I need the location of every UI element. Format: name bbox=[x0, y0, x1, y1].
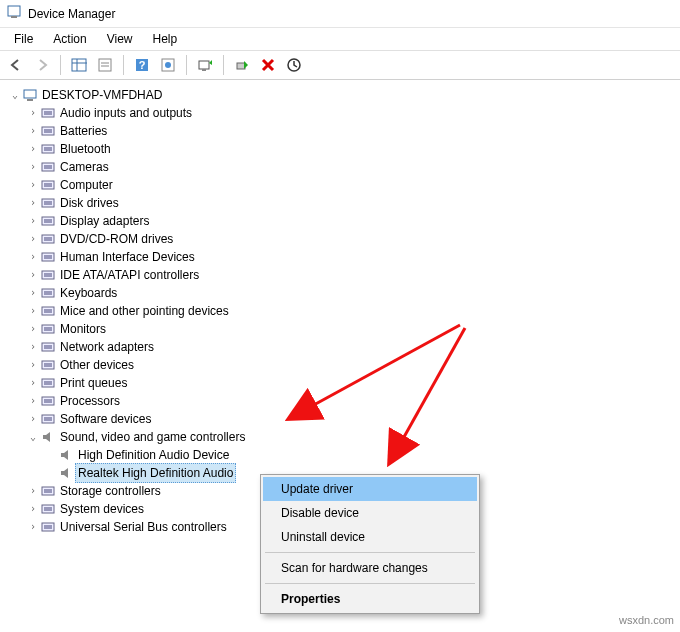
expand-icon[interactable]: › bbox=[26, 176, 40, 194]
context-menu-update-driver[interactable]: Update driver bbox=[263, 477, 477, 501]
svg-rect-16 bbox=[24, 90, 36, 98]
device-label: Realtek High Definition Audio bbox=[75, 463, 236, 483]
menu-view[interactable]: View bbox=[97, 30, 143, 48]
tree-category[interactable]: ›DVD/CD-ROM drives bbox=[8, 230, 680, 248]
expand-icon[interactable]: › bbox=[26, 500, 40, 518]
context-menu-disable-device[interactable]: Disable device bbox=[263, 501, 477, 525]
expand-icon[interactable]: › bbox=[26, 104, 40, 122]
expand-icon[interactable]: › bbox=[26, 140, 40, 158]
context-menu-separator bbox=[265, 552, 475, 553]
svg-rect-55 bbox=[44, 489, 52, 493]
device-category-icon bbox=[40, 195, 56, 211]
device-category-icon bbox=[40, 375, 56, 391]
toolbar-separator bbox=[186, 55, 187, 75]
context-menu-properties[interactable]: Properties bbox=[263, 587, 477, 611]
enable-button[interactable] bbox=[230, 53, 254, 77]
expand-icon[interactable]: › bbox=[26, 320, 40, 338]
category-label: Cameras bbox=[60, 158, 109, 176]
collapse-icon[interactable]: ⌄ bbox=[8, 86, 22, 104]
svg-rect-49 bbox=[44, 381, 52, 385]
tree-category[interactable]: ›Keyboards bbox=[8, 284, 680, 302]
svg-rect-53 bbox=[44, 417, 52, 421]
device-category-icon bbox=[40, 393, 56, 409]
tree-category[interactable]: ›Monitors bbox=[8, 320, 680, 338]
tree-category[interactable]: ›Computer bbox=[8, 176, 680, 194]
svg-rect-57 bbox=[44, 507, 52, 511]
update-driver-button[interactable] bbox=[282, 53, 306, 77]
category-label: Processors bbox=[60, 392, 120, 410]
toolbar-separator bbox=[60, 55, 61, 75]
tree-category[interactable]: ›Cameras bbox=[8, 158, 680, 176]
tree-device[interactable]: High Definition Audio Device bbox=[8, 446, 680, 464]
expand-icon[interactable]: › bbox=[26, 266, 40, 284]
expand-icon[interactable]: › bbox=[26, 356, 40, 374]
expand-icon[interactable]: › bbox=[26, 338, 40, 356]
expand-icon[interactable]: › bbox=[26, 302, 40, 320]
tree-category-sound[interactable]: ⌄ Sound, video and game controllers bbox=[8, 428, 680, 446]
tree-category[interactable]: ›Display adapters bbox=[8, 212, 680, 230]
expand-icon[interactable]: › bbox=[26, 212, 40, 230]
show-hide-tree-button[interactable] bbox=[67, 53, 91, 77]
device-category-icon bbox=[40, 141, 56, 157]
expand-icon[interactable]: › bbox=[26, 158, 40, 176]
back-button[interactable] bbox=[4, 53, 28, 77]
tree-root[interactable]: ⌄ DESKTOP-VMFDHAD bbox=[8, 86, 680, 104]
collapse-icon[interactable]: ⌄ bbox=[26, 428, 40, 446]
category-label: Monitors bbox=[60, 320, 106, 338]
expand-icon[interactable]: › bbox=[26, 374, 40, 392]
expand-icon[interactable]: › bbox=[26, 194, 40, 212]
expand-icon[interactable]: › bbox=[26, 482, 40, 500]
svg-rect-37 bbox=[44, 273, 52, 277]
context-menu-uninstall-device[interactable]: Uninstall device bbox=[263, 525, 477, 549]
menu-bar: File Action View Help bbox=[0, 28, 680, 50]
category-label: Disk drives bbox=[60, 194, 119, 212]
svg-rect-27 bbox=[44, 183, 52, 187]
tree-category[interactable]: ›Human Interface Devices bbox=[8, 248, 680, 266]
category-label: Display adapters bbox=[60, 212, 149, 230]
tree-category[interactable]: ›Batteries bbox=[8, 122, 680, 140]
expand-icon[interactable]: › bbox=[26, 410, 40, 428]
svg-rect-13 bbox=[202, 69, 206, 71]
tree-category[interactable]: ›Processors bbox=[8, 392, 680, 410]
device-category-icon bbox=[40, 339, 56, 355]
device-category-icon bbox=[40, 213, 56, 229]
svg-rect-45 bbox=[44, 345, 52, 349]
help-button[interactable]: ? bbox=[130, 53, 154, 77]
expand-icon[interactable]: › bbox=[26, 392, 40, 410]
tree-category[interactable]: ›Print queues bbox=[8, 374, 680, 392]
expand-icon[interactable]: › bbox=[26, 284, 40, 302]
tree-category[interactable]: ›Bluetooth bbox=[8, 140, 680, 158]
expand-icon[interactable]: › bbox=[26, 230, 40, 248]
tree-category[interactable]: ›IDE ATA/ATAPI controllers bbox=[8, 266, 680, 284]
device-category-icon bbox=[40, 123, 56, 139]
svg-rect-33 bbox=[44, 237, 52, 241]
device-tree[interactable]: ⌄ DESKTOP-VMFDHAD ›Audio inputs and outp… bbox=[0, 80, 680, 536]
uninstall-button[interactable] bbox=[256, 53, 280, 77]
svg-rect-35 bbox=[44, 255, 52, 259]
tree-category[interactable]: ›Software devices bbox=[8, 410, 680, 428]
tree-category[interactable]: ›Disk drives bbox=[8, 194, 680, 212]
expand-icon[interactable]: › bbox=[26, 122, 40, 140]
forward-button[interactable] bbox=[30, 53, 54, 77]
svg-rect-2 bbox=[72, 59, 86, 71]
context-menu-scan[interactable]: Scan for hardware changes bbox=[263, 556, 477, 580]
svg-rect-14 bbox=[237, 63, 245, 69]
tree-category[interactable]: ›Network adapters bbox=[8, 338, 680, 356]
tree-category[interactable]: ›Audio inputs and outputs bbox=[8, 104, 680, 122]
category-label: Mice and other pointing devices bbox=[60, 302, 229, 320]
expand-icon[interactable]: › bbox=[26, 518, 40, 536]
expand-icon[interactable]: › bbox=[26, 248, 40, 266]
tree-category[interactable]: ›Other devices bbox=[8, 356, 680, 374]
scan-button[interactable] bbox=[193, 53, 217, 77]
menu-help[interactable]: Help bbox=[143, 30, 188, 48]
tree-category[interactable]: ›Mice and other pointing devices bbox=[8, 302, 680, 320]
menu-file[interactable]: File bbox=[4, 30, 43, 48]
device-category-icon bbox=[40, 285, 56, 301]
action-button[interactable] bbox=[156, 53, 180, 77]
device-category-icon bbox=[40, 105, 56, 121]
properties-button[interactable] bbox=[93, 53, 117, 77]
category-label: Computer bbox=[60, 176, 113, 194]
menu-action[interactable]: Action bbox=[43, 30, 96, 48]
computer-icon bbox=[22, 87, 38, 103]
device-category-icon bbox=[40, 267, 56, 283]
